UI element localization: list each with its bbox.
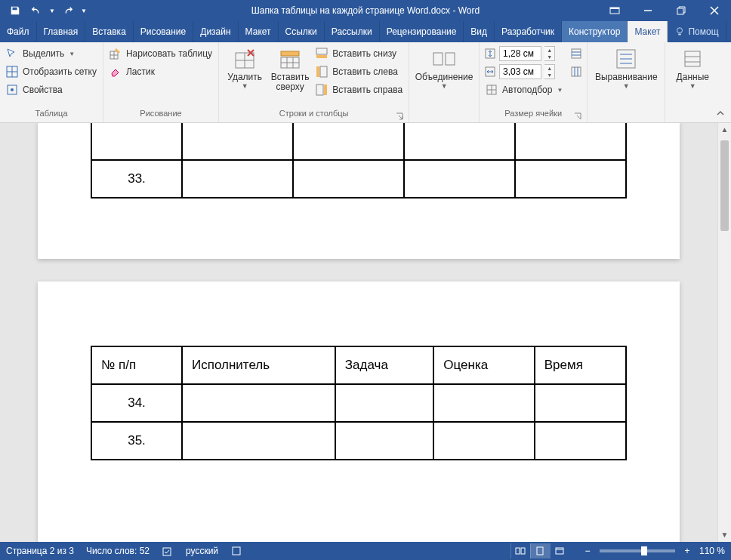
print-layout-button[interactable] <box>530 543 550 558</box>
height-icon <box>484 48 496 60</box>
scroll-up-button[interactable]: ▲ <box>718 123 731 137</box>
insert-above-button[interactable]: Вставить сверху <box>269 45 311 109</box>
table-cell[interactable] <box>182 160 293 198</box>
insert-left-button[interactable]: Вставить слева <box>314 63 404 80</box>
page-1[interactable]: 33. <box>38 123 680 259</box>
table-cell[interactable]: 34. <box>91 384 182 422</box>
zoom-slider[interactable] <box>600 549 675 552</box>
table-cell[interactable] <box>335 384 434 422</box>
table-row[interactable]: 35. <box>91 422 626 460</box>
macro-icon[interactable] <box>230 545 242 557</box>
table-cell[interactable] <box>182 384 335 422</box>
data-button[interactable]: Данные ▼ <box>670 45 715 109</box>
collapse-ribbon-button[interactable] <box>714 107 726 119</box>
document-scroll[interactable]: 33. № п/п Исполнитель Задача Оценка Врем… <box>0 123 717 542</box>
delete-button[interactable]: Удалить ▼ <box>224 45 266 109</box>
select-button[interactable]: Выделить ▼ <box>5 45 98 62</box>
col-width[interactable]: 3,03 см ▲▼ <box>484 63 564 80</box>
scroll-track[interactable] <box>718 137 731 528</box>
tab-insert[interactable]: Вставка <box>85 21 134 42</box>
table-row[interactable] <box>91 123 626 160</box>
zoom-in-button[interactable]: + <box>681 546 693 556</box>
tab-drawing[interactable]: Рисование <box>134 21 193 42</box>
rowscols-launcher[interactable] <box>395 112 404 121</box>
distribute-cols-button[interactable] <box>570 63 582 80</box>
merge-button[interactable]: Объединение ▼ <box>414 45 474 109</box>
tab-references[interactable]: Ссылки <box>279 21 325 42</box>
table-header-cell[interactable]: Задача <box>335 346 434 384</box>
table-cell[interactable] <box>535 384 626 422</box>
tab-layout-page[interactable]: Макет <box>239 21 279 42</box>
eraser-button[interactable]: Ластик <box>108 63 214 80</box>
table-header-cell[interactable]: Оценка <box>433 346 534 384</box>
height-value[interactable]: 1,28 см <box>499 46 541 61</box>
tab-design[interactable]: Дизайн <box>193 21 238 42</box>
width-spin[interactable]: ▲▼ <box>544 64 555 79</box>
restore-button[interactable] <box>665 0 698 21</box>
table-cell[interactable] <box>515 160 626 198</box>
table-cell[interactable] <box>404 160 515 198</box>
cellsize-launcher[interactable] <box>573 112 582 121</box>
tab-developer[interactable]: Разработчик <box>495 21 562 42</box>
redo-button[interactable] <box>57 0 79 21</box>
tell-me[interactable]: Помощ <box>668 21 726 42</box>
autofit-button[interactable]: Автоподбор ▼ <box>484 82 564 98</box>
undo-button[interactable] <box>26 0 47 21</box>
insert-below-button[interactable]: Вставить снизу <box>314 45 404 62</box>
tab-file[interactable]: Файл <box>0 21 37 42</box>
qat-customize[interactable]: ▼ <box>79 0 89 21</box>
table-cell[interactable] <box>535 422 626 460</box>
table-row[interactable]: 33. <box>91 160 626 198</box>
table-cell[interactable] <box>182 422 335 460</box>
save-button[interactable] <box>5 0 26 21</box>
table-row[interactable]: 34. <box>91 384 626 422</box>
table-cell[interactable]: 35. <box>91 422 182 460</box>
word-count[interactable]: Число слов: 52 <box>86 546 150 556</box>
vertical-scrollbar[interactable]: ▲ ▼ <box>717 123 731 542</box>
undo-dropdown[interactable]: ▼ <box>47 0 57 21</box>
tab-layout[interactable]: Макет <box>628 21 668 42</box>
ribbon-display-options[interactable] <box>598 0 631 21</box>
page-indicator[interactable]: Страница 2 из 3 <box>6 546 74 556</box>
properties-button[interactable]: Свойства <box>5 82 98 98</box>
gridlines-button[interactable]: Отобразить сетку <box>5 63 98 80</box>
table-header-cell[interactable]: № п/п <box>91 346 182 384</box>
svg-rect-3 <box>677 8 683 14</box>
svg-rect-54 <box>556 548 563 554</box>
insert-right-button[interactable]: Вставить справа <box>314 82 404 98</box>
row-height[interactable]: 1,28 см ▲▼ <box>484 45 564 62</box>
table-header-cell[interactable]: Исполнитель <box>182 346 335 384</box>
draw-table-button[interactable]: Нарисовать таблицу <box>108 45 214 62</box>
page-2[interactable]: № п/п Исполнитель Задача Оценка Время 34… <box>38 282 680 542</box>
minimize-button[interactable] <box>631 0 665 21</box>
read-mode-button[interactable] <box>510 543 530 558</box>
account-button[interactable] <box>726 21 731 42</box>
tab-review[interactable]: Рецензирование <box>380 21 464 42</box>
table-cell[interactable] <box>335 422 434 460</box>
zoom-level[interactable]: 110 % <box>699 546 725 556</box>
width-value[interactable]: 3,03 см <box>499 64 541 79</box>
tab-constructor[interactable]: Конструктор <box>562 21 628 42</box>
distribute-rows-button[interactable] <box>570 45 582 62</box>
alignment-button[interactable]: Выравнивание ▼ <box>592 45 660 109</box>
tab-mailings[interactable]: Рассылки <box>325 21 380 42</box>
tab-home[interactable]: Главная <box>37 21 86 42</box>
doc-table-2[interactable]: № п/п Исполнитель Задача Оценка Время 34… <box>91 346 627 460</box>
tab-view[interactable]: Вид <box>464 21 495 42</box>
table-cell[interactable] <box>433 384 534 422</box>
table-cell[interactable]: 33. <box>91 160 182 198</box>
scroll-thumb[interactable] <box>720 140 729 231</box>
table-header-row[interactable]: № п/п Исполнитель Задача Оценка Время <box>91 346 626 384</box>
spellcheck-icon[interactable] <box>162 545 174 557</box>
close-button[interactable] <box>698 0 731 21</box>
zoom-out-button[interactable]: − <box>581 546 594 556</box>
scroll-down-button[interactable]: ▼ <box>718 528 731 542</box>
language-indicator[interactable]: русский <box>186 546 218 556</box>
web-layout-button[interactable] <box>550 543 569 558</box>
height-spin[interactable]: ▲▼ <box>544 46 555 61</box>
zoom-thumb[interactable] <box>641 546 647 555</box>
table-cell[interactable] <box>293 160 404 198</box>
table-header-cell[interactable]: Время <box>535 346 626 384</box>
doc-table-1[interactable]: 33. <box>91 123 627 198</box>
table-cell[interactable] <box>433 422 534 460</box>
